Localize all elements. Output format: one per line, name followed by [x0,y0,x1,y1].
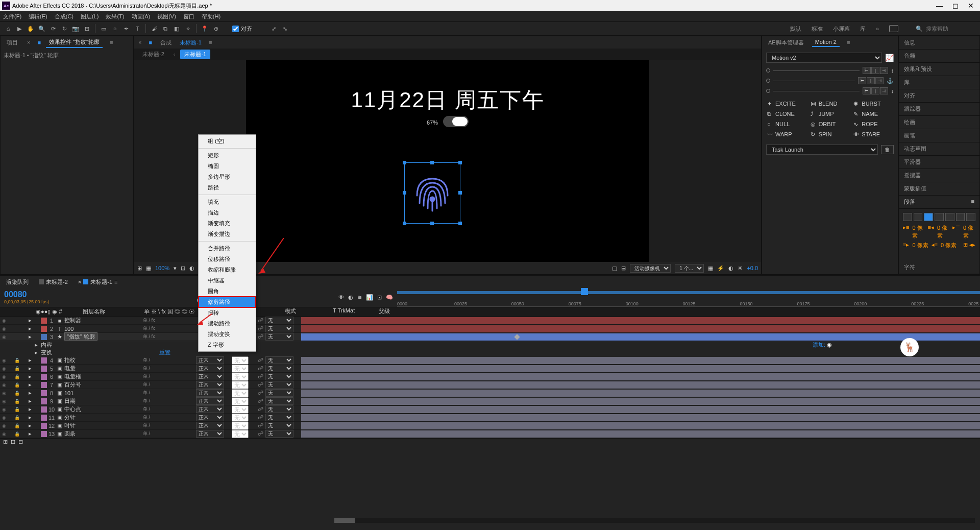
region-icon[interactable]: ⊟ [621,265,626,272]
menu-effect[interactable]: 效果(T) [106,13,124,20]
trash-icon[interactable]: 🗑 [881,145,894,154]
layer-row-2[interactable]: ◉▸2T100单 / fx无☍无 [0,325,980,333]
layer-row-8[interactable]: ◉🔒▸8▣101单 /正常无☍无 [0,389,980,397]
tab-project[interactable]: 项目 [4,38,21,47]
handle-tm[interactable] [430,161,434,164]
layer-row-5[interactable]: ◉🔒▸5▣电量单 /正常无☍无 [0,365,980,373]
ctx-path[interactable]: 路径 [199,182,256,193]
brain-icon[interactable]: 🧠 [386,294,393,301]
handle-tr[interactable] [458,161,462,164]
pen-tool[interactable]: ✒ [121,23,131,34]
toggle-modes-icon[interactable]: ⊡ [11,439,15,445]
motion-tool-null[interactable]: ○NULL [766,120,807,128]
comp-tab-2[interactable]: 未标题-2 [138,50,168,59]
menu-file[interactable]: 文件(F) [3,13,21,20]
panel-5[interactable]: 跟踪器 [899,103,979,116]
justify-left-button[interactable] [935,213,944,221]
minimize-button[interactable]: — [936,2,943,10]
workspace-reset-icon[interactable] [889,25,898,32]
expand-icon[interactable]: ⤢ [268,23,279,34]
layer-row-3[interactable]: ◉▸3★"指纹" 轮廓单 / fx无☍无 [0,333,980,341]
ctx-gradient-fill[interactable]: 渐变填充 [199,218,256,229]
frame-blend-icon[interactable]: ◐ [348,294,353,301]
rotation-tool[interactable]: ↻ [59,23,69,34]
panel-8[interactable]: 动态草图 [899,142,979,156]
menu-help[interactable]: 帮助(H) [202,13,220,20]
col-layer-name[interactable]: 图层名称 [83,308,105,316]
panel-menu-icon[interactable]: ≡ [971,198,974,206]
handle-bl[interactable] [403,222,406,225]
views-select[interactable]: 1 个... [675,264,704,273]
motion-blur-icon[interactable]: ≋ [357,294,362,301]
handle-ml[interactable] [403,191,406,195]
justify-center-button[interactable] [945,213,954,221]
ctx-stroke[interactable]: 描边 [199,207,256,218]
menu-edit[interactable]: 编辑(E) [29,13,47,20]
task-launch-select[interactable]: Task Launch [766,144,878,155]
ctx-round-corners[interactable]: 圆角 [199,286,256,297]
ctx-fill[interactable]: 填充 [199,197,256,207]
home-tool[interactable]: ⌂ [3,23,13,34]
shy-icon[interactable]: 👁 [338,294,344,301]
collapse-icon[interactable]: ⤡ [280,23,290,34]
workspace-default[interactable]: 默认 [790,25,801,33]
panel-6[interactable]: 绘画 [899,116,979,129]
motion-tool-blend[interactable]: ⋈BLEND [810,100,851,108]
panel-3[interactable]: 库 [899,76,979,89]
hand-tool[interactable]: ✋ [26,23,36,34]
handle-mr[interactable] [458,191,462,195]
motion-tool-jump[interactable]: ⤴JUMP [810,110,851,118]
sublayer-transform[interactable]: ▸变换重置 [0,349,980,356]
ctx-repeater[interactable]: 中继器 [199,275,256,286]
panel-0[interactable]: 信息 [899,36,979,50]
clone-tool[interactable]: ⧉ [160,23,170,34]
grid-icon[interactable]: ▦ [146,265,151,272]
ellipse-tool[interactable]: ○ [110,23,120,34]
current-time[interactable]: 00080 [4,290,192,299]
timeline-scrollbar[interactable] [334,518,975,523]
tab-close-icon[interactable]: × [138,39,141,45]
search-input[interactable] [926,26,977,32]
layer-row-6[interactable]: ◉🔒▸6▣电量框单 /正常无☍无 [0,373,980,381]
motion-tool-rope[interactable]: ∿ROPE [852,120,894,128]
panel-7[interactable]: 画笔 [899,129,979,142]
ctx-twist[interactable]: 扭转 [199,307,256,318]
panel-menu-icon[interactable]: ≡ [110,39,113,45]
adjust-icon[interactable]: ◐ [728,265,733,272]
handle-bm[interactable] [430,222,434,225]
chevron-down-icon[interactable]: ▾ [174,265,177,272]
toggle-parent-icon[interactable]: ⊟ [18,439,23,445]
motion-tool-spin[interactable]: ↻SPIN [810,130,851,138]
shutter-icon[interactable]: ◐ [189,265,194,272]
panel-11[interactable]: 蒙版插值 [899,182,979,196]
camera-tool[interactable]: 📷 [70,23,81,34]
motion-tool-burst[interactable]: ✺BURST [852,100,894,108]
ctx-zigzag[interactable]: Z 字形 [199,340,256,350]
selection-tool[interactable]: ▶ [14,23,24,34]
local-tool[interactable]: ⊕ [211,23,221,34]
comp-panel-name[interactable]: 未标题-1 [180,39,202,46]
layer-row-7[interactable]: ◉🔒▸7▣百分号单 /正常无☍无 [0,381,980,389]
mask-icon[interactable]: ▢ [612,265,617,272]
panel-menu-icon[interactable]: ≡ [847,39,850,45]
align-right-button[interactable] [924,213,933,221]
slider-1[interactable]: ⊢｜⊣↕ [766,67,894,74]
panel-9[interactable]: 平滑器 [899,156,979,169]
slider-3[interactable]: ⊢｜⊣↓ [766,87,894,94]
layer-row-12[interactable]: ◉🔒▸12▣时针单 /正常无☍无 [0,422,980,430]
menu-view[interactable]: 视图(V) [157,13,176,20]
comp-canvas[interactable]: 11月22日 周五下午 67% [246,60,649,262]
ctx-wiggle-transform[interactable]: 摆动变换 [199,329,256,340]
motion-preset-select[interactable]: Motion v2 [766,53,882,63]
panel-4[interactable]: 对齐 [899,89,979,103]
exposure-value[interactable]: +0.0 [747,265,758,271]
orbit-tool[interactable]: ⟳ [48,23,58,34]
text-tool[interactable]: T [132,23,142,34]
menu-animation[interactable]: 动画(A) [132,13,151,20]
ctx-trim-paths[interactable]: 修剪路径 [199,297,256,307]
snap-checkbox[interactable] [232,26,239,32]
menu-composition[interactable]: 合成(C) [55,13,74,20]
tab-effect-controls[interactable]: 效果控件 "指纹"轮廓 [46,37,103,48]
brush-tool[interactable]: 🖌 [149,23,159,34]
resolution-icon[interactable]: ⊡ [181,265,185,272]
